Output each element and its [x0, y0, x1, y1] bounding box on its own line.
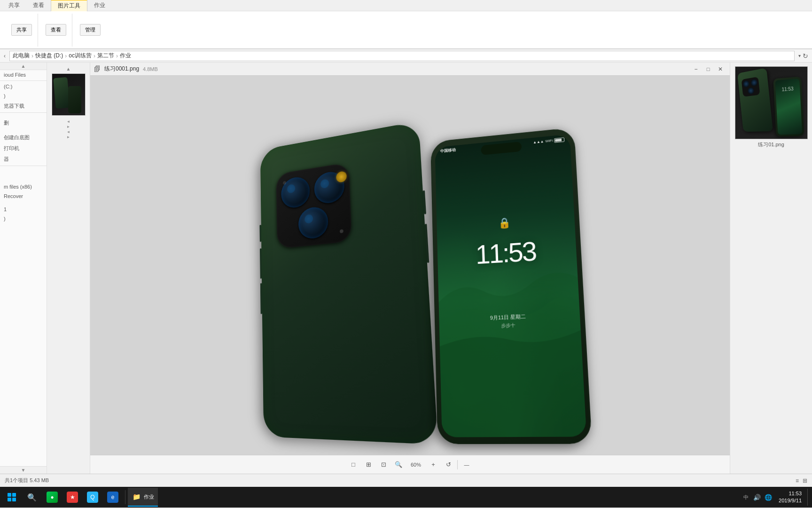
manage-button[interactable]: 管理	[80, 24, 101, 36]
phone-front-unit: 中国移动 ▲▲▲ WiFi	[430, 127, 592, 444]
sidebar-item-whitebg[interactable]: 创建白底图	[0, 132, 47, 143]
tab-homework[interactable]: 作业	[87, 0, 112, 11]
ribbon-bar: 共享 查看 管理	[0, 11, 812, 49]
taskbar-sound-icon[interactable]: 🔊	[752, 494, 762, 501]
strip-scroll-up[interactable]: ▲	[66, 66, 71, 71]
viewer-close-button[interactable]: ✕	[715, 64, 726, 74]
sidebar-item-recover[interactable]: Recover	[0, 191, 47, 201]
crop-button[interactable]: ⊡	[377, 459, 390, 471]
sidebar-item-cloud[interactable]: ioud Files	[0, 70, 47, 79]
taskbar-show-desktop[interactable]	[807, 489, 810, 506]
phone-date: 9月11日 星期二	[490, 313, 526, 322]
strip-thumb-item[interactable]	[52, 73, 86, 116]
status-items-info: 共1个项目 5.43 MB	[5, 477, 49, 484]
taskbar-app2[interactable]: ★	[62, 488, 82, 507]
sidebar-item-8[interactable]: )	[0, 214, 47, 223]
share-button[interactable]: 共享	[11, 24, 32, 36]
right-thumb-label: 练习01.png	[758, 141, 784, 148]
phone-time: 11:53	[475, 235, 536, 270]
taskbar-app1[interactable]: ●	[42, 488, 62, 507]
taskbar-explorer[interactable]: 📁 作业	[128, 488, 158, 507]
sidebar-item-c[interactable]: (C:)	[0, 82, 47, 91]
sidebar-item-qi[interactable]: 器	[0, 154, 47, 165]
taskbar-search-button[interactable]: 🔍	[22, 488, 42, 507]
right-thumb-item[interactable]: 11:53	[735, 66, 808, 139]
ribbon-group-view: 查看	[40, 14, 72, 47]
status-view-list-icon[interactable]: ≡	[796, 477, 799, 484]
rotate-left-button[interactable]: ↺	[442, 459, 454, 471]
breadcrumb-sep1: ›	[31, 53, 33, 59]
viewer-minimize-button[interactable]: −	[690, 64, 702, 74]
slideshow-button[interactable]: —	[461, 459, 473, 471]
breadcrumb: 此电脑 › 快捷盘 (D:) › oc训练营 › 第二节 › 作业	[9, 51, 795, 61]
breadcrumb-pc[interactable]: 此电脑	[13, 52, 30, 60]
sidebar: ▲ ioud Files (C:) ) 览器下载 删 创建白底图 打印机 器 m…	[0, 63, 47, 474]
image-viewer-window: 🗐 练习0001.png 4.8MB − □ ✕	[90, 63, 730, 474]
phone-back-unit	[260, 121, 437, 444]
sidebar-item-paren[interactable]: )	[0, 91, 47, 101]
breadcrumb-sep4: ›	[116, 53, 118, 59]
taskbar-start-button[interactable]	[2, 488, 22, 507]
tab-picture-tools[interactable]: 图片工具	[51, 0, 87, 11]
breadcrumb-disk[interactable]: 快捷盘 (D:)	[35, 52, 63, 60]
breadcrumb-homework[interactable]: 作业	[120, 52, 131, 60]
viewer-filename: 练习0001.png	[104, 65, 139, 73]
strip-scroll-arrows[interactable]: ◄ ► ◄ ►	[67, 119, 70, 139]
separator-line	[457, 460, 458, 469]
viewer-maximize-button[interactable]: □	[703, 64, 714, 74]
zoom-out-button[interactable]: 🔍	[392, 459, 405, 471]
right-thumbnail-panel: 11:53 练习01.png	[730, 63, 812, 474]
taskbar-right-area: 中 🔊 🌐 11:53 2019/9/11	[742, 489, 810, 506]
taskbar-clock[interactable]: 11:53 2019/9/11	[775, 490, 805, 505]
taskbar: 🔍 ● ★ Q e 📁 作业 中 🔊 🌐 11:53 2019/9/11	[0, 487, 812, 508]
status-view-grid-icon[interactable]: ⊞	[803, 477, 807, 484]
refresh-icon[interactable]: ↻	[803, 52, 808, 60]
fit-window-button[interactable]: □	[347, 459, 359, 471]
scroll-down[interactable]: ▼	[0, 466, 47, 474]
taskbar-lang-icon[interactable]: 中	[742, 494, 750, 501]
tab-view[interactable]: 查看	[26, 0, 51, 11]
sidebar-item-2[interactable]	[0, 128, 47, 132]
taskbar-app4[interactable]: e	[103, 488, 123, 507]
viewer-bottom-toolbar: □ ⊞ ⊡ 🔍 60% + ↺ —	[90, 455, 730, 474]
viewer-filesize: 4.8MB	[143, 66, 158, 72]
view-button[interactable]: 查看	[46, 24, 66, 36]
breadcrumb-sep3: ›	[94, 53, 95, 59]
ribbon-group-manage: 管理	[74, 14, 106, 47]
breadcrumb-chapter[interactable]: 第二节	[97, 52, 114, 60]
address-bar: ‹ 此电脑 › 快捷盘 (D:) › oc训练营 › 第二节 › 作业 ▾ ↻	[0, 49, 812, 63]
zoom-in-button[interactable]: +	[427, 459, 439, 471]
viewer-title-icon: 🗐	[94, 65, 101, 73]
thumbnail-strip: ▲ ◄ ► ◄ ►	[47, 63, 90, 474]
sidebar-item-x86[interactable]: m files (x86)	[0, 182, 47, 191]
sidebar-item-num[interactable]: 1	[0, 205, 47, 214]
viewer-titlebar: 🗐 练习0001.png 4.8MB − □ ✕	[90, 63, 730, 76]
sidebar-item-1[interactable]	[0, 114, 47, 118]
taskbar-app3[interactable]: Q	[83, 488, 102, 507]
fit-width-button[interactable]: ⊞	[362, 459, 375, 471]
ribbon-group-share: 共享	[6, 14, 38, 47]
sidebar-item-6[interactable]	[0, 178, 47, 182]
expand-icon[interactable]: ▾	[798, 53, 801, 58]
sidebar-item-7[interactable]	[0, 201, 47, 205]
scroll-up[interactable]: ▲	[0, 63, 47, 70]
sidebar-item-4[interactable]	[0, 171, 47, 175]
breadcrumb-sep2: ›	[65, 53, 67, 59]
status-bar: 共1个项目 5.43 MB ≡ ⊞	[0, 474, 812, 487]
sidebar-item-downloads[interactable]: 览器下载	[0, 101, 47, 111]
nav-back-icon[interactable]: ‹	[4, 53, 6, 59]
sidebar-item-del[interactable]: 删	[0, 118, 47, 128]
taskbar-network-icon[interactable]: 🌐	[764, 494, 773, 501]
sidebar-item-3[interactable]	[0, 167, 47, 171]
image-content: 中国移动 ▲▲▲ WiFi	[90, 76, 730, 455]
sidebar-item-printer[interactable]: 打印机	[0, 143, 47, 154]
sidebar-item-5[interactable]	[0, 175, 47, 178]
tab-share[interactable]: 共享	[2, 0, 26, 11]
breadcrumb-oc[interactable]: oc训练营	[69, 52, 92, 60]
zoom-level: 60%	[407, 462, 424, 468]
